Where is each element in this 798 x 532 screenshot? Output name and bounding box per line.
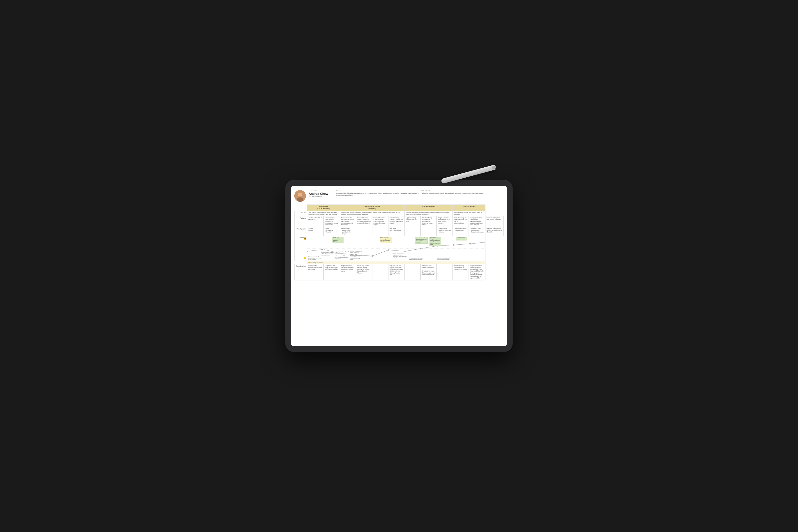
action-12: Purchases clothing that ease dressing ch… bbox=[486, 216, 504, 227]
action-10: Meets other caregivers at the rehab cent… bbox=[453, 216, 469, 227]
tp-8 bbox=[421, 227, 437, 236]
svg-point-3 bbox=[299, 193, 302, 196]
emotion-note-hopeful-2: Hopeful to learn about possible solution… bbox=[415, 236, 428, 244]
svg-point-5 bbox=[307, 251, 307, 252]
emotion-text-stressed: Stressed whenever the helper is unavaila… bbox=[393, 253, 407, 259]
action-6: Considers hiring specialty CG helper, bu… bbox=[388, 216, 404, 227]
persona-subtitle: The dutiful daughter bbox=[309, 195, 334, 197]
tp-5 bbox=[373, 227, 388, 236]
opp-7 bbox=[404, 264, 421, 280]
action-7: Juggles caregiving duties with work and … bbox=[404, 216, 421, 227]
emotion-text-worried: Extremely worried and uncertain about th… bbox=[308, 256, 322, 261]
tp-7 bbox=[404, 227, 421, 236]
svg-point-15 bbox=[469, 243, 471, 244]
tp-3: Brochures and discharge form provided by… bbox=[340, 227, 356, 236]
opp-11: Design solutions that seamlessly integra… bbox=[469, 264, 486, 280]
emotion-text-exhausted: Exhausted and overwhelmed with multiple … bbox=[409, 258, 423, 261]
goals-cell-2: Adapt routines to fit CR's needs and fin… bbox=[340, 211, 404, 216]
emotions-area: 😊 😞 bbox=[307, 236, 486, 261]
stage-trying-solutions: Trying Solutions bbox=[453, 205, 486, 211]
stage-post-stroke: Post stroke(CR in hospital) bbox=[307, 205, 340, 211]
tp-11: Traditional Chinese Medicine doctors Occ… bbox=[469, 227, 486, 236]
context-label: CONTEXT bbox=[336, 190, 419, 192]
opp-4: Create easy-to-follow tutorials / traini… bbox=[356, 264, 373, 280]
tp-2: Nurses Occupational Therapists bbox=[324, 227, 340, 236]
tp-1: Doctors Nurses bbox=[307, 227, 324, 236]
content-area[interactable]: CAREGIVER Andrea Chew The dutiful daught… bbox=[291, 186, 507, 346]
svg-point-10 bbox=[388, 249, 389, 250]
persona-name: Andrea Chew bbox=[309, 192, 334, 195]
opp-5 bbox=[373, 264, 388, 280]
journey-table: Post stroke(CR in hospital) Adjustment p… bbox=[294, 205, 504, 280]
tp-10: Rehabilitation centre Friends & family bbox=[453, 227, 469, 236]
opp-1: Help Andrea feel confident that she will… bbox=[307, 264, 324, 280]
stage-row: Post stroke(CR in hospital) Adjustment p… bbox=[294, 205, 504, 211]
tablet-screen: CAREGIVER Andrea Chew The dutiful daught… bbox=[291, 186, 507, 346]
action-1: Visits her mother (CR) in the hospital. bbox=[307, 216, 324, 227]
emotion-note-happy-willing: Happy when CR is willing to try the solu… bbox=[429, 236, 441, 246]
emotion-note-happy-mom: Happy to see her mom in a good mood and … bbox=[380, 236, 392, 243]
opp-2: Equip Andrea with caregiving knowledge /… bbox=[324, 264, 340, 280]
goals-cell-1: Learn as much as possible about how to t… bbox=[307, 211, 340, 216]
context-text: Andrea's mother, Clara, has recently suf… bbox=[336, 192, 419, 196]
actions-label: Actions bbox=[294, 216, 307, 227]
goals-label: Goals bbox=[294, 211, 307, 216]
action-2: Attends caregiver training sessions. Obs… bbox=[324, 216, 340, 227]
touchpoints-row: Touchpoints Doctors Nurses Nurses Occupa… bbox=[294, 227, 504, 236]
opp-10: Promote dressing solutions within the ca… bbox=[453, 264, 469, 280]
dressing-challenges-row: 🔶 Dressing Challenges bbox=[294, 261, 504, 264]
opp-6: Help dress CRs in a way that makes them … bbox=[388, 264, 404, 280]
emotion-note-excited: Excited to try new solutions. bbox=[456, 236, 467, 241]
emotions-row: Emotions 😊 😞 bbox=[294, 236, 504, 261]
opportunities-row: Opportunities Help Andrea feel confident… bbox=[294, 264, 504, 280]
opp-9 bbox=[437, 264, 453, 280]
stage-adjustment: Adjustment period(at home) bbox=[340, 205, 404, 211]
svg-point-9 bbox=[372, 255, 373, 256]
opp-8: Optimise SEO for common search terms.Be … bbox=[421, 264, 437, 280]
emotion-text-awkward: Awkwardness with nudity and touching.Fee… bbox=[335, 251, 348, 260]
action-5: Dresses CR from the supine position 4-5 … bbox=[373, 216, 388, 227]
opportunities-label: Opportunities bbox=[294, 264, 307, 280]
goals-cell-3: Find ways to ease her dressing challenge… bbox=[404, 211, 453, 216]
emotion-text-concerned: Concerned about how she will be able to … bbox=[321, 252, 335, 256]
dressing-challenges-label: 🔶 Dressing Challenges bbox=[308, 262, 323, 264]
stage-solution-seeking: Solution-seeking bbox=[404, 205, 453, 211]
opp-3: Help ease Andrea's adjustment to her new… bbox=[340, 264, 356, 280]
tp-12: Specialty clothing stores Malls & big br… bbox=[486, 227, 504, 236]
action-11: Engages professional caregivers, e.g. al… bbox=[469, 216, 486, 227]
tp-4 bbox=[356, 227, 373, 236]
svg-point-12 bbox=[421, 248, 422, 249]
motivation-label: MOTIVATION bbox=[421, 190, 504, 192]
emotion-text-desperate: Desperate to find solutions to ease care… bbox=[437, 258, 451, 261]
actions-row: Actions Visits her mother (CR) in the ho… bbox=[294, 216, 504, 227]
persona-info: CAREGIVER Andrea Chew The dutiful daught… bbox=[309, 190, 334, 197]
context-section: CONTEXT Andrea's mother, Clara, has rece… bbox=[336, 190, 419, 196]
positive-icon: 😊 bbox=[304, 238, 306, 240]
goals-row: Goals Learn as much as possible about ho… bbox=[294, 211, 504, 216]
tp-6: Her helper CG Training Centre bbox=[388, 227, 404, 236]
goals-cell-4: Determine which solutions work well for … bbox=[453, 211, 486, 216]
avatar bbox=[294, 190, 306, 202]
caregiver-label: CAREGIVER bbox=[309, 190, 334, 192]
action-9: Googles / searches online for solutions … bbox=[437, 216, 453, 227]
svg-point-11 bbox=[404, 251, 405, 252]
motivation-section: MOTIVATION To help her mother recover ph… bbox=[421, 190, 504, 194]
stylus bbox=[441, 165, 496, 184]
dressing-challenges-cell: 🔶 Dressing Challenges bbox=[307, 261, 486, 264]
negative-icon: 😞 bbox=[304, 256, 306, 259]
tablet-frame: CAREGIVER Andrea Chew The dutiful daught… bbox=[285, 180, 513, 352]
action-4: Dresses CR from a seated position on a c… bbox=[356, 216, 373, 227]
touchpoints-label: Touchpoints bbox=[294, 227, 307, 236]
svg-point-6 bbox=[323, 249, 324, 250]
motivation-text: To help her mother recover physically an… bbox=[421, 192, 504, 194]
action-3: Purchases hospital recommended aids for … bbox=[340, 216, 356, 227]
emotion-note-hopeful-1: Hopeful to try solutions to ease caregiv… bbox=[332, 236, 344, 243]
action-8: Motivates CR to go outside and for rehab… bbox=[421, 216, 437, 227]
svg-point-14 bbox=[453, 244, 454, 246]
tp-9: Google search Online CG community Podcas… bbox=[437, 227, 453, 236]
emotion-text-tired: Tired from dressing CR at multiple times… bbox=[350, 251, 363, 260]
persona-header: CAREGIVER Andrea Chew The dutiful daught… bbox=[294, 190, 504, 202]
svg-point-16 bbox=[484, 242, 485, 243]
